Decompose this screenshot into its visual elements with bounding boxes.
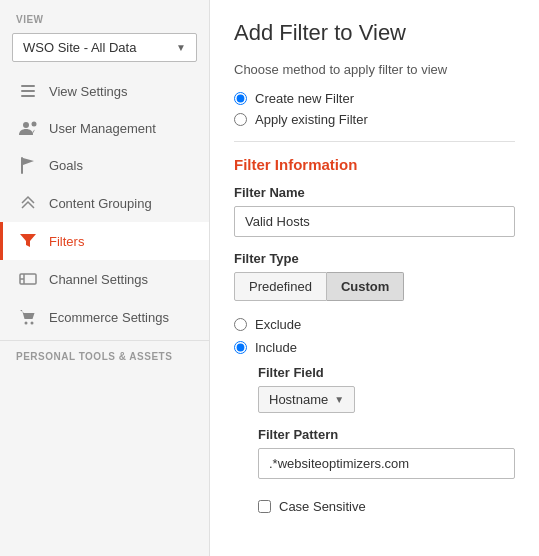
page-title: Add Filter to View [234, 20, 515, 46]
method-subtitle: Choose method to apply filter to view [234, 62, 515, 77]
sidebar-item-filters[interactable]: Filters [0, 222, 209, 260]
case-sensitive-label: Case Sensitive [279, 499, 366, 514]
settings-icon [19, 82, 39, 100]
radio-create-new-input[interactable] [234, 92, 247, 105]
sidebar-item-content-grouping[interactable]: Content Grouping [0, 184, 209, 222]
view-dropdown[interactable]: WSO Site - All Data ▼ [12, 33, 197, 62]
chevron-down-icon: ▼ [334, 394, 344, 405]
indented-fields: Filter Field Hostname ▼ Filter Pattern C… [234, 365, 515, 514]
filter-pattern-label: Filter Pattern [258, 427, 515, 442]
filter-name-input[interactable] [234, 206, 515, 237]
radio-include-label: Include [255, 340, 297, 355]
svg-point-4 [32, 122, 37, 127]
svg-rect-5 [21, 157, 23, 174]
sidebar-item-label: Filters [49, 234, 84, 249]
method-radio-group: Create new Filter Apply existing Filter [234, 91, 515, 127]
radio-create-new[interactable]: Create new Filter [234, 91, 515, 106]
view-label: VIEW [0, 8, 209, 29]
filter-type-label: Filter Type [234, 251, 515, 266]
channel-icon [19, 270, 39, 288]
radio-apply-existing-input[interactable] [234, 113, 247, 126]
personal-tools-label: PERSONAL TOOLS & ASSETS [0, 340, 209, 366]
sidebar-item-user-management[interactable]: User Management [0, 110, 209, 146]
chevron-down-icon: ▼ [176, 42, 186, 53]
predefined-button[interactable]: Predefined [234, 272, 327, 301]
svg-rect-0 [21, 85, 35, 87]
radio-exclude-label: Exclude [255, 317, 301, 332]
radio-exclude[interactable]: Exclude [234, 317, 515, 332]
svg-rect-2 [21, 95, 35, 97]
main-content: Add Filter to View Choose method to appl… [210, 0, 539, 556]
radio-exclude-input[interactable] [234, 318, 247, 331]
filter-info-heading: Filter Information [234, 156, 515, 173]
include-exclude-group: Exclude Include [234, 317, 515, 355]
radio-include[interactable]: Include [234, 340, 515, 355]
filter-field-label: Filter Field [258, 365, 515, 380]
content-grouping-icon [19, 194, 39, 212]
filter-name-label: Filter Name [234, 185, 515, 200]
view-dropdown-value: WSO Site - All Data [23, 40, 136, 55]
flag-icon [19, 156, 39, 174]
filter-field-dropdown[interactable]: Hostname ▼ [258, 386, 355, 413]
radio-include-input[interactable] [234, 341, 247, 354]
filter-icon [19, 232, 39, 250]
sidebar-item-label: Ecommerce Settings [49, 310, 169, 325]
custom-button[interactable]: Custom [327, 272, 404, 301]
sidebar-item-channel-settings[interactable]: Channel Settings [0, 260, 209, 298]
sidebar: VIEW WSO Site - All Data ▼ View Settings [0, 0, 210, 556]
filter-type-buttons: Predefined Custom [234, 272, 515, 301]
view-dropdown-wrapper: WSO Site - All Data ▼ [0, 29, 209, 72]
svg-rect-1 [21, 90, 35, 92]
radio-apply-existing[interactable]: Apply existing Filter [234, 112, 515, 127]
svg-point-9 [25, 322, 28, 325]
sidebar-item-goals[interactable]: Goals [0, 146, 209, 184]
case-sensitive-checkbox[interactable]: Case Sensitive [258, 499, 515, 514]
cart-icon [19, 308, 39, 326]
sidebar-item-view-settings[interactable]: View Settings [0, 72, 209, 110]
sidebar-item-ecommerce-settings[interactable]: Ecommerce Settings [0, 298, 209, 336]
divider-1 [234, 141, 515, 142]
sidebar-item-label: User Management [49, 121, 156, 136]
sidebar-item-label: Goals [49, 158, 83, 173]
sidebar-item-label: Content Grouping [49, 196, 152, 211]
radio-apply-existing-label: Apply existing Filter [255, 112, 368, 127]
sidebar-item-label: Channel Settings [49, 272, 148, 287]
filter-field-value: Hostname [269, 392, 328, 407]
filter-pattern-input[interactable] [258, 448, 515, 479]
radio-create-new-label: Create new Filter [255, 91, 354, 106]
svg-point-3 [23, 122, 29, 128]
svg-point-10 [31, 322, 34, 325]
case-sensitive-input[interactable] [258, 500, 271, 513]
users-icon [19, 120, 39, 136]
sidebar-item-label: View Settings [49, 84, 128, 99]
